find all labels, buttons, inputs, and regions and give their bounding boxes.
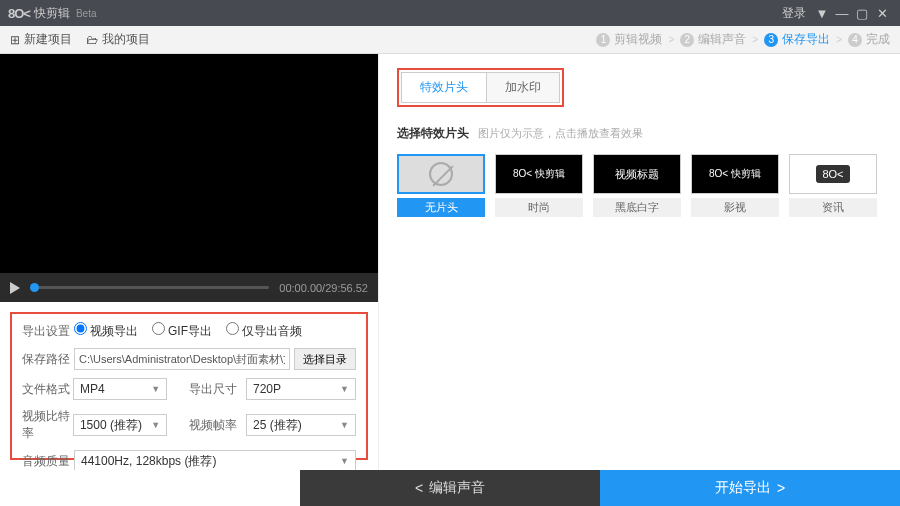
tab-watermark[interactable]: 加水印 <box>487 72 560 103</box>
radio-audio-export[interactable]: 仅导出音频 <box>226 322 302 340</box>
title-bar: 8O< 快剪辑 Beta 登录 ▼ — ▢ ✕ <box>0 0 900 26</box>
export-size-label: 导出尺寸 <box>189 381 246 398</box>
thumb-black-white[interactable]: 视频标题 黑底白字 <box>593 154 681 217</box>
fps-label: 视频帧率 <box>189 417 246 434</box>
file-format-label: 文件格式 <box>22 381 73 398</box>
back-button[interactable]: <编辑声音 <box>300 470 600 506</box>
step-3[interactable]: 3保存导出 <box>764 31 830 48</box>
time-display: 00:00.00/29:56.52 <box>279 282 368 294</box>
timeline-slider[interactable] <box>30 286 269 289</box>
chevron-down-icon: ▼ <box>151 384 160 394</box>
toolbar: ⊞ 新建项目 🗁 我的项目 1剪辑视频 > 2编辑声音 > 3保存导出 > 4完… <box>0 26 900 54</box>
play-button[interactable] <box>10 282 20 294</box>
step-indicator: 1剪辑视频 > 2编辑声音 > 3保存导出 > 4完成 <box>596 31 890 48</box>
new-project-icon: ⊞ <box>10 33 20 47</box>
step-2[interactable]: 2编辑声音 <box>680 31 746 48</box>
save-path-input[interactable] <box>74 348 290 370</box>
bitrate-select[interactable]: 1500 (推荐)▼ <box>73 414 167 436</box>
start-export-button[interactable]: 开始导出> <box>600 470 900 506</box>
export-settings-panel: 导出设置 视频导出 GIF导出 仅导出音频 保存路径 选择目录 文件格式 MP4… <box>10 312 368 460</box>
beta-label: Beta <box>76 8 97 19</box>
bitrate-label: 视频比特率 <box>22 408 73 442</box>
chevron-down-icon: ▼ <box>340 384 349 394</box>
section-hint: 图片仅为示意，点击播放查看效果 <box>478 127 643 139</box>
save-path-label: 保存路径 <box>22 351 74 368</box>
my-projects-label: 我的项目 <box>102 31 150 48</box>
step-4: 4完成 <box>848 31 890 48</box>
export-size-select[interactable]: 720P▼ <box>246 378 356 400</box>
app-name: 快剪辑 <box>34 5 70 22</box>
radio-video-export[interactable]: 视频导出 <box>74 322 138 340</box>
folder-icon: 🗁 <box>86 33 98 47</box>
close-button[interactable]: ✕ <box>872 3 892 23</box>
new-project-button[interactable]: ⊞ 新建项目 <box>10 31 72 48</box>
maximize-button[interactable]: ▢ <box>852 3 872 23</box>
new-project-label: 新建项目 <box>24 31 72 48</box>
title-thumbnails: 无片头 8O< 快剪辑 时尚 视频标题 黑底白字 8O< 快剪辑 影视 8O< … <box>397 154 882 217</box>
tab-title-effects[interactable]: 特效片头 <box>401 72 487 103</box>
export-settings-label: 导出设置 <box>22 323 74 340</box>
app-logo: 8O< 快剪辑 Beta <box>8 5 97 22</box>
tab-group: 特效片头 加水印 <box>397 68 564 107</box>
chevron-down-icon: ▼ <box>340 420 349 430</box>
radio-gif-export[interactable]: GIF导出 <box>152 322 212 340</box>
dropdown-icon[interactable]: ▼ <box>812 3 832 23</box>
footer: <编辑声音 开始导出> <box>0 470 900 506</box>
minimize-button[interactable]: — <box>832 3 852 23</box>
audio-quality-select[interactable]: 44100Hz, 128kbps (推荐)▼ <box>74 450 356 472</box>
thumb-fashion[interactable]: 8O< 快剪辑 时尚 <box>495 154 583 217</box>
logo-icon: 8O< <box>8 6 30 21</box>
fps-select[interactable]: 25 (推荐)▼ <box>246 414 356 436</box>
thumb-news[interactable]: 8O< 资讯 <box>789 154 877 217</box>
step-1[interactable]: 1剪辑视频 <box>596 31 662 48</box>
left-panel: 00:00.00/29:56.52 导出设置 视频导出 GIF导出 仅导出音频 … <box>0 54 378 470</box>
timeline-handle[interactable] <box>30 283 39 292</box>
browse-button[interactable]: 选择目录 <box>294 348 356 370</box>
chevron-down-icon: ▼ <box>151 420 160 430</box>
thumb-movie[interactable]: 8O< 快剪辑 影视 <box>691 154 779 217</box>
chevron-down-icon: ▼ <box>340 456 349 466</box>
my-projects-button[interactable]: 🗁 我的项目 <box>86 31 150 48</box>
no-title-icon <box>429 162 453 186</box>
thumb-none[interactable]: 无片头 <box>397 154 485 217</box>
audio-quality-label: 音频质量 <box>22 453 74 470</box>
right-panel: 特效片头 加水印 选择特效片头 图片仅为示意，点击播放查看效果 无片头 8O< … <box>378 54 900 470</box>
section-title: 选择特效片头 图片仅为示意，点击播放查看效果 <box>397 125 882 142</box>
file-format-select[interactable]: MP4▼ <box>73 378 167 400</box>
play-bar: 00:00.00/29:56.52 <box>0 273 378 302</box>
video-preview[interactable] <box>0 54 378 273</box>
login-link[interactable]: 登录 <box>782 5 806 22</box>
